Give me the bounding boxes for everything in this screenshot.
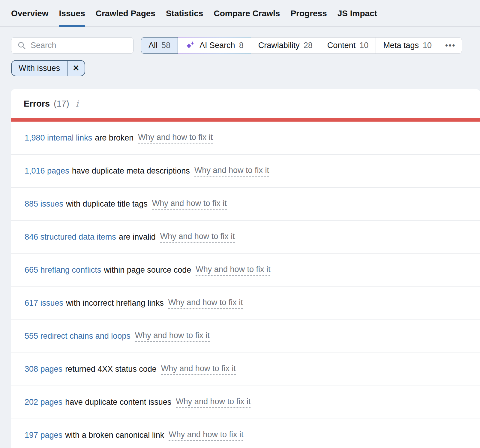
- issue-row: 1,016 pages have duplicate meta descript…: [11, 155, 480, 188]
- filter-label: Crawlability: [258, 41, 300, 50]
- why-how-to-fix-link[interactable]: Why and how to fix it: [160, 232, 235, 243]
- issue-link[interactable]: 885 issues: [25, 199, 63, 209]
- filter-count: 8: [239, 41, 244, 50]
- issue-link[interactable]: 617 issues: [25, 298, 63, 308]
- issue-link[interactable]: 665 hreflang conflicts: [25, 265, 101, 275]
- filter-segment-meta-tags[interactable]: Meta tags 10: [376, 37, 439, 54]
- issue-row: 1,980 internal links are broken Why and …: [11, 122, 480, 155]
- issue-text: are invalid: [119, 232, 156, 242]
- issue-text: with incorrect hreflang links: [66, 298, 164, 308]
- filter-segment-all[interactable]: All 58: [141, 37, 178, 54]
- search-box: [11, 37, 134, 54]
- filter-label: Meta tags: [383, 41, 419, 50]
- close-icon: ✕: [73, 63, 80, 73]
- tab-progress[interactable]: Progress: [290, 0, 327, 27]
- why-how-to-fix-link[interactable]: Why and how to fix it: [135, 331, 210, 342]
- filter-count: 58: [161, 41, 170, 50]
- issues-page: All 58 AI Search 8 Cr: [0, 37, 480, 448]
- tab-crawled-pages[interactable]: Crawled Pages: [96, 0, 155, 27]
- issue-text: with a broken canonical link: [65, 431, 164, 440]
- why-how-to-fix-link[interactable]: Why and how to fix it: [169, 430, 243, 441]
- applied-filters: With issues ✕: [11, 60, 480, 76]
- ai-sparkles-icon: [185, 41, 195, 50]
- tab-statistics[interactable]: Statistics: [166, 0, 203, 27]
- why-how-to-fix-link[interactable]: Why and how to fix it: [152, 199, 227, 210]
- errors-title: Errors: [24, 99, 50, 109]
- errors-card: Errors (17) i 1,980 internal links are b…: [11, 89, 480, 448]
- chip-label: With issues: [12, 61, 67, 76]
- why-how-to-fix-link[interactable]: Why and how to fix it: [161, 364, 236, 375]
- issue-text: with duplicate title tags: [66, 199, 148, 209]
- issue-row: 665 hreflang conflicts within page sourc…: [11, 254, 480, 287]
- issue-text: have duplicate content issues: [65, 398, 171, 407]
- issue-row: 308 pages returned 4XX status code Why a…: [11, 353, 480, 386]
- filter-segment-ai-search[interactable]: AI Search 8: [178, 37, 251, 54]
- filter-label: All: [148, 41, 158, 50]
- issue-row: 202 pages have duplicate content issues …: [11, 386, 480, 419]
- issue-category-filter: All 58 AI Search 8 Cr: [141, 37, 462, 54]
- why-how-to-fix-link[interactable]: Why and how to fix it: [168, 298, 243, 309]
- search-input[interactable]: [11, 37, 134, 54]
- issue-row: 617 issues with incorrect hreflang links…: [11, 287, 480, 320]
- filter-label: AI Search: [200, 41, 235, 50]
- tab-compare-crawls[interactable]: Compare Crawls: [214, 0, 280, 27]
- why-how-to-fix-link[interactable]: Why and how to fix it: [138, 133, 213, 144]
- chip-remove-button[interactable]: ✕: [67, 61, 85, 76]
- issue-link[interactable]: 846 structured data items: [25, 232, 116, 242]
- issue-text: have duplicate meta descriptions: [72, 166, 190, 176]
- issue-link[interactable]: 1,016 pages: [25, 166, 69, 176]
- errors-severity-bar: [11, 118, 480, 122]
- issue-row: 846 structured data items are invalid Wh…: [11, 221, 480, 254]
- errors-count: (17): [54, 99, 69, 109]
- why-how-to-fix-link[interactable]: Why and how to fix it: [196, 265, 270, 276]
- tab-js-impact[interactable]: JS Impact: [338, 0, 377, 27]
- tab-issues[interactable]: Issues: [59, 0, 85, 27]
- top-nav: Overview Issues Crawled Pages Statistics…: [0, 0, 480, 27]
- issue-row: 885 issues with duplicate title tags Why…: [11, 188, 480, 221]
- issue-link[interactable]: 197 pages: [25, 431, 62, 440]
- issue-link[interactable]: 1,980 internal links: [25, 133, 92, 143]
- filter-bar: All 58 AI Search 8 Cr: [11, 37, 480, 54]
- filter-count: 28: [304, 41, 313, 50]
- issue-text: are broken: [95, 133, 134, 143]
- issue-link[interactable]: 308 pages: [25, 365, 62, 374]
- filter-count: 10: [359, 41, 368, 50]
- errors-header: Errors (17) i: [11, 89, 480, 118]
- filter-segment-content[interactable]: Content 10: [320, 37, 376, 54]
- info-icon[interactable]: i: [76, 99, 79, 109]
- issue-link[interactable]: 202 pages: [25, 398, 62, 407]
- filter-chip-with-issues: With issues ✕: [11, 60, 85, 76]
- filter-count: 10: [423, 41, 432, 50]
- why-how-to-fix-link[interactable]: Why and how to fix it: [194, 166, 269, 177]
- issue-text: within page source code: [104, 265, 191, 275]
- filter-segment-crawlability[interactable]: Crawlability 28: [251, 37, 320, 54]
- errors-list: 1,980 internal links are broken Why and …: [11, 122, 480, 448]
- why-how-to-fix-link[interactable]: Why and how to fix it: [176, 397, 250, 408]
- tab-overview[interactable]: Overview: [11, 0, 49, 27]
- issue-link[interactable]: 555 redirect chains and loops: [25, 331, 130, 341]
- issue-text: returned 4XX status code: [65, 365, 157, 374]
- issue-row: 555 redirect chains and loops Why and ho…: [11, 320, 480, 353]
- issue-row: 197 pages with a broken canonical link W…: [11, 419, 480, 448]
- filter-label: Content: [327, 41, 356, 50]
- more-filters-button[interactable]: •••: [439, 37, 462, 54]
